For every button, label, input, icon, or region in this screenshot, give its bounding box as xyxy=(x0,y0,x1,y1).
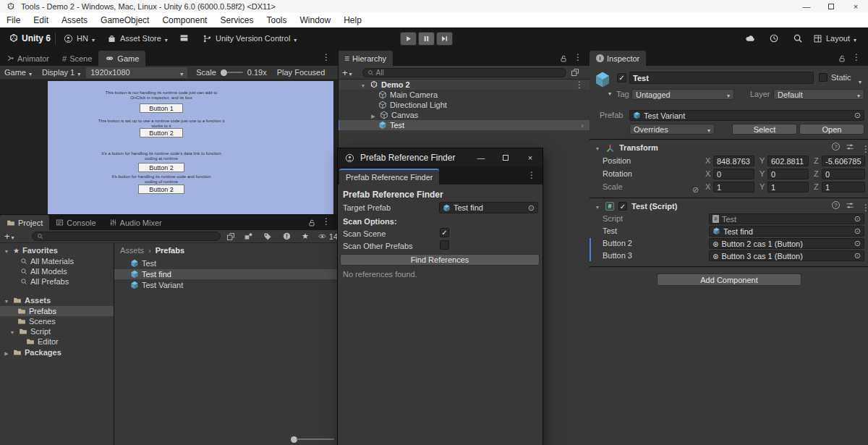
hierarchy-item-canvas[interactable]: Canvas xyxy=(370,110,418,120)
asset-store-dropdown[interactable]: Asset Store xyxy=(107,32,168,45)
overrides-dropdown[interactable]: Overrides xyxy=(629,124,715,135)
object-picker-icon[interactable] xyxy=(854,214,861,224)
pause-button[interactable] xyxy=(418,32,435,46)
archive-icon[interactable] xyxy=(179,33,189,43)
prefab-object-field[interactable]: Test Variant xyxy=(629,110,864,121)
help-icon[interactable]: ? xyxy=(832,201,840,209)
scene-row-demo2[interactable]: Demo 2 xyxy=(338,80,590,90)
object-picker-icon[interactable] xyxy=(528,203,535,213)
position-z-field[interactable]: -5.606785 xyxy=(822,156,865,166)
asset-item-test-variant[interactable]: Test Variant xyxy=(114,280,338,290)
play-button[interactable] xyxy=(400,32,417,46)
scale-x-field[interactable]: 1 xyxy=(713,182,754,192)
foldout-icon[interactable] xyxy=(9,327,16,336)
breadcrumb-root[interactable]: Assets xyxy=(120,246,144,255)
project-panel-menu-icon[interactable] xyxy=(322,214,331,227)
tree-packages[interactable]: Packages xyxy=(3,348,61,357)
hierarchy-item-directional-light[interactable]: Directional Light xyxy=(378,100,447,110)
component-enabled-checkbox[interactable] xyxy=(618,202,627,211)
game-button-3[interactable]: Button 2 xyxy=(138,163,184,172)
menu-help[interactable]: Help xyxy=(337,15,368,25)
transform-menu-icon[interactable] xyxy=(861,142,868,155)
tab-inspector[interactable]: i Inspector xyxy=(590,51,646,66)
tree-scenes[interactable]: Scenes xyxy=(17,317,56,326)
breadcrumb-current[interactable]: Prefabs xyxy=(156,246,184,255)
constrain-proportions-icon[interactable] xyxy=(692,182,699,195)
add-component-button[interactable]: Add Component xyxy=(657,274,801,286)
finder-minimize-button[interactable]: — xyxy=(469,151,493,164)
account-dropdown[interactable]: HN xyxy=(64,32,95,45)
tree-editor[interactable]: Editor xyxy=(26,337,59,346)
scan-scene-checkbox[interactable] xyxy=(440,228,449,237)
foldout-icon[interactable] xyxy=(594,143,601,152)
game-button-1[interactable]: Button 1 xyxy=(140,103,183,113)
scale-y-field[interactable]: 1 xyxy=(767,182,809,192)
tab-animator[interactable]: Animator xyxy=(0,51,56,66)
play-focused-dropdown[interactable]: Play Focused xyxy=(277,68,326,77)
search-icon[interactable] xyxy=(793,33,803,43)
script-object-field[interactable]: # Test xyxy=(709,213,864,224)
menu-component[interactable]: Component xyxy=(156,15,213,25)
finder-maximize-button[interactable] xyxy=(493,151,518,164)
tab-game[interactable]: Game xyxy=(98,51,145,66)
object-picker-icon[interactable] xyxy=(854,226,861,236)
package-filter-icon[interactable] xyxy=(244,232,253,241)
tab-console[interactable]: Console xyxy=(49,215,102,230)
rotation-y-field[interactable]: 0 xyxy=(767,169,809,179)
layout-dropdown[interactable]: Layout xyxy=(813,32,856,45)
button2-object-field[interactable]: Button 2 cas 1 (Button) xyxy=(709,238,864,249)
script-menu-icon[interactable] xyxy=(861,200,868,213)
rotation-x-field[interactable]: 0 xyxy=(713,169,754,179)
script-component-header[interactable]: # Test (Script) xyxy=(594,200,677,212)
foldout-icon[interactable] xyxy=(370,111,377,119)
rotation-z-field[interactable]: 0 xyxy=(822,169,865,179)
tab-audio-mixer[interactable]: Audio Mixer xyxy=(103,215,169,230)
foldout-icon[interactable] xyxy=(3,296,10,305)
transform-header[interactable]: Transform xyxy=(594,142,658,153)
static-dropdown-arrow[interactable] xyxy=(859,74,861,87)
button3-object-field[interactable]: Button 3 cas 1 (Button) xyxy=(709,250,864,261)
active-checkbox[interactable] xyxy=(617,73,626,82)
scale-slider-track[interactable] xyxy=(227,72,243,73)
scan-other-prefabs-checkbox[interactable] xyxy=(440,240,449,250)
tree-prefabs[interactable]: Prefabs xyxy=(0,306,114,316)
menu-assets[interactable]: Assets xyxy=(55,15,94,25)
position-y-field[interactable]: 602.8811 xyxy=(767,156,809,166)
object-picker-icon[interactable] xyxy=(854,239,861,248)
menu-file[interactable]: File xyxy=(0,15,27,25)
maximize-button[interactable] xyxy=(819,0,843,13)
tab-prefab-reference-finder[interactable]: Prefab Reference Finder xyxy=(339,169,439,185)
version-control-dropdown[interactable]: Unity Version Control xyxy=(203,32,297,45)
scene-menu-icon[interactable] xyxy=(575,80,584,90)
object-picker-icon[interactable] xyxy=(854,251,861,260)
menu-gameobject[interactable]: GameObject xyxy=(94,15,156,25)
visibility-toggle[interactable]: 14 xyxy=(318,232,338,241)
find-references-button[interactable]: Find References xyxy=(340,254,540,266)
hierarchy-search-input[interactable]: All xyxy=(362,68,566,77)
menu-tools[interactable]: Tools xyxy=(260,15,293,25)
favorites-group[interactable]: Favorites xyxy=(3,246,58,255)
tree-script[interactable]: Script xyxy=(9,327,51,336)
finder-titlebar[interactable]: Prefab Reference Finder — × xyxy=(338,148,542,167)
favorites-filter-icon[interactable] xyxy=(302,232,309,241)
static-checkbox[interactable] xyxy=(819,73,827,82)
game-panel-menu-icon[interactable] xyxy=(322,50,331,63)
lock-icon[interactable] xyxy=(307,219,316,227)
hierarchy-add-button[interactable]: + xyxy=(338,67,357,78)
tab-scene[interactable]: # Scene xyxy=(56,51,98,66)
foldout-icon[interactable] xyxy=(359,80,367,89)
help-icon[interactable]: ? xyxy=(832,143,840,151)
foldout-icon[interactable] xyxy=(594,202,601,211)
history-icon[interactable] xyxy=(769,33,779,43)
hierarchy-menu-icon[interactable] xyxy=(574,50,582,63)
hierarchy-item-main-camera[interactable]: Main Camera xyxy=(378,90,438,100)
popout-icon[interactable] xyxy=(226,232,235,241)
close-button[interactable]: × xyxy=(843,0,868,13)
inspector-menu-icon[interactable] xyxy=(852,50,861,63)
finder-close-button[interactable]: × xyxy=(518,151,542,164)
lock-icon[interactable] xyxy=(559,54,568,63)
icon-picker-arrow[interactable] xyxy=(608,85,611,98)
step-button[interactable] xyxy=(436,32,453,46)
game-button-2[interactable]: Button 2 xyxy=(140,128,183,137)
menu-services[interactable]: Services xyxy=(213,15,260,25)
